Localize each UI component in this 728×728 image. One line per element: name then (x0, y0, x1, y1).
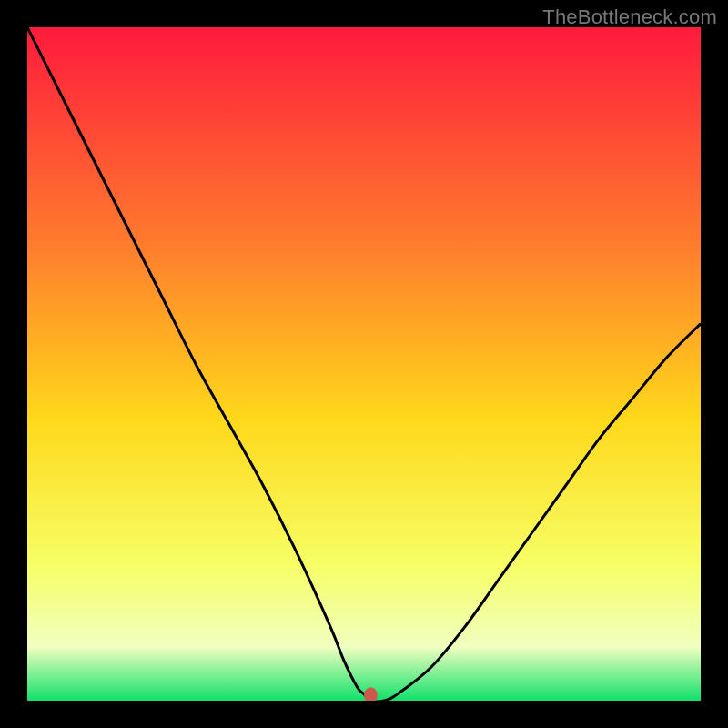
plot-area (27, 27, 701, 701)
minimum-marker-icon (364, 687, 378, 701)
chart-frame: TheBottleneck.com (0, 0, 728, 728)
watermark-text: TheBottleneck.com (542, 5, 717, 29)
curve-path (27, 27, 701, 701)
bottleneck-curve (27, 27, 701, 701)
